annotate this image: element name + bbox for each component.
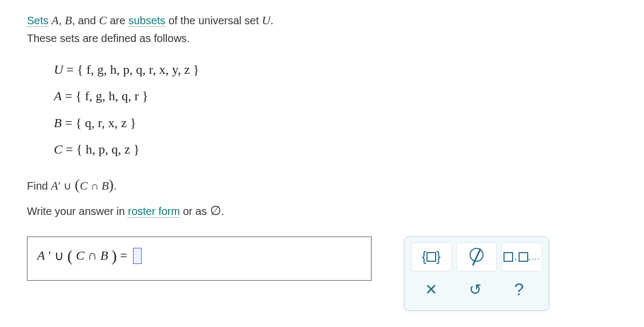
- expr-B: B: [101, 179, 108, 192]
- set-braces-button[interactable]: {}: [411, 242, 452, 272]
- undo-icon: ↺: [469, 281, 481, 298]
- def-A: A = { f, g, h, q, r }: [54, 83, 563, 109]
- placeholder-square-icon: [519, 252, 528, 262]
- sets-link[interactable]: Sets: [27, 15, 48, 27]
- placeholder-square-icon: [503, 252, 513, 262]
- ans-lparen: (: [67, 247, 73, 265]
- var-B: B: [65, 13, 72, 27]
- list-button[interactable]: ,,...: [501, 242, 542, 272]
- expr-A: A: [51, 179, 58, 192]
- question-icon: ?: [514, 280, 524, 300]
- intro-line-1: Sets A, B, and C are subsets of the univ…: [27, 11, 563, 30]
- list-tail: ,...: [528, 252, 540, 262]
- expr-inter: ∩: [88, 180, 102, 192]
- txt: or as: [180, 205, 210, 217]
- set-definitions: U = { f, g, h, p, q, r, x, y, z } A = { …: [27, 47, 563, 170]
- expr-C: C: [80, 179, 88, 192]
- brace-right-icon: }: [436, 248, 441, 265]
- txt: Write your answer in: [27, 205, 128, 217]
- txt: .: [221, 205, 225, 217]
- var-A: A: [52, 13, 59, 27]
- ans-rparen: ): [111, 247, 117, 265]
- intro-line-2: These sets are defined as follows.: [27, 30, 563, 47]
- ans-B: B: [100, 248, 108, 263]
- roster-form-link[interactable]: roster form: [128, 205, 180, 218]
- def-U: U = { f, g, h, p, q, r, x, y, z }: [54, 57, 563, 83]
- empty-set-icon: [470, 248, 484, 266]
- ans-prime: ′: [48, 248, 51, 263]
- txt: Find: [27, 180, 51, 192]
- toolbox: {} ,,... ✕ ↺ ?: [404, 236, 549, 311]
- ans-inter: ∩: [88, 248, 97, 263]
- ans-A: A: [37, 248, 45, 263]
- var-U: U: [262, 13, 270, 27]
- empty-set-symbol: ∅: [210, 204, 221, 218]
- var-C: C: [99, 13, 107, 27]
- txt: , and: [72, 15, 99, 26]
- write-line: Write your answer in roster form or as ∅…: [27, 199, 563, 224]
- txt: of the universal set: [165, 15, 262, 26]
- ans-union: ∪: [54, 248, 64, 263]
- ans-equals: =: [120, 248, 128, 263]
- answer-box: A′ ∪ (C ∩ B) =: [27, 236, 372, 281]
- placeholder-square-icon: [426, 252, 436, 262]
- find-line: Find A′ ∪ (C ∩ B).: [27, 170, 563, 199]
- help-button[interactable]: ?: [499, 276, 539, 304]
- txt: .: [270, 15, 274, 26]
- expr-lparen: (: [75, 176, 80, 193]
- subsets-link[interactable]: subsets: [128, 15, 165, 27]
- clear-button[interactable]: ✕: [411, 276, 451, 304]
- expr-period: .: [114, 180, 117, 192]
- empty-set-button[interactable]: [456, 242, 497, 272]
- def-B: B = { q, r, x, z }: [54, 110, 563, 136]
- txt: ,: [59, 15, 65, 26]
- ans-C: C: [76, 248, 85, 263]
- close-icon: ✕: [425, 281, 437, 298]
- reset-button[interactable]: ↺: [455, 276, 495, 304]
- txt: are: [107, 15, 128, 26]
- def-C: C = { h, p, q, z }: [54, 136, 563, 163]
- answer-input[interactable]: [133, 248, 142, 264]
- brace-left-icon: {: [422, 248, 426, 265]
- expr-rparen: ): [109, 176, 114, 193]
- expr-union: ∪: [61, 180, 75, 192]
